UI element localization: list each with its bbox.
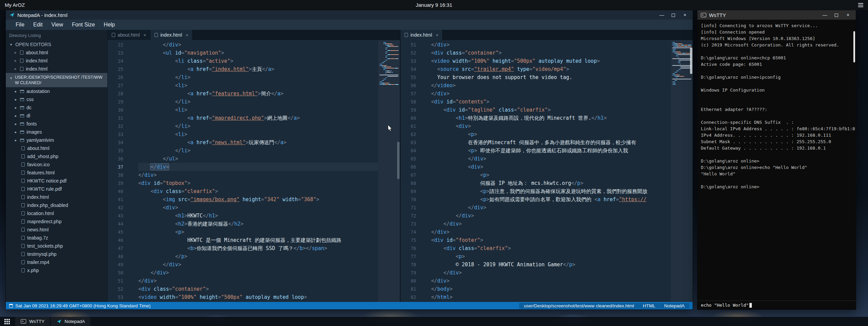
- file-item[interactable]: features.html: [6, 169, 107, 177]
- file-item[interactable]: location.html: [6, 209, 107, 217]
- close-editor-icon[interactable]: ×: [14, 58, 18, 63]
- folder-item[interactable]: ▸dc: [6, 103, 107, 112]
- editor-scrollbar[interactable]: [397, 40, 400, 302]
- code-line[interactable]: <a href="mapredirect.php">網上地圖</a>: [138, 114, 378, 122]
- code-line[interactable]: © 2018 - 2019 HKWTC Animation Gamer</p>: [431, 261, 671, 269]
- code-line[interactable]: </div>: [138, 277, 378, 285]
- code-line[interactable]: <div id="tagline" class="clearfix">: [431, 106, 671, 114]
- code-line[interactable]: <h1>HKWTC</h1>: [138, 212, 378, 220]
- code-line[interactable]: </div>: [138, 41, 378, 49]
- code-line[interactable]: <p>: [431, 130, 671, 138]
- code-line[interactable]: </div>: [431, 269, 671, 277]
- code-line[interactable]: </div>: [431, 41, 671, 49]
- code-line[interactable]: <li>: [138, 106, 378, 114]
- folder-item[interactable]: ▸dl: [6, 112, 107, 120]
- code-line[interactable]: </div>: [431, 277, 671, 285]
- code-line[interactable]: <div>: [431, 122, 671, 130]
- file-item[interactable]: news.html: [6, 226, 107, 234]
- file-item[interactable]: about.html: [6, 144, 107, 152]
- file-item[interactable]: HKWTC notice.pdf: [6, 177, 107, 185]
- folder-item[interactable]: ▸autostation: [6, 87, 107, 95]
- editor-scrollbar[interactable]: [690, 40, 693, 302]
- status-language[interactable]: HTML: [643, 303, 655, 308]
- scrollbar-thumb[interactable]: [397, 142, 400, 179]
- close-editor-icon[interactable]: ×: [14, 66, 18, 72]
- code-line[interactable]: <div>: [138, 204, 378, 212]
- aroz-brand-menu[interactable]: My ArOZ: [5, 2, 25, 8]
- folder-item[interactable]: ▸yamlyamlvim: [6, 136, 107, 144]
- code-line[interactable]: <li>: [138, 130, 378, 138]
- terminal-scrollbar-thumb[interactable]: [853, 31, 855, 62]
- terminal-output[interactable]: [info] Conencting to arozos WsTTY servic…: [697, 20, 856, 301]
- code-line[interactable]: <div class="clearfix">: [431, 244, 671, 252]
- menu-view[interactable]: View: [47, 20, 67, 30]
- close-button[interactable]: ×: [680, 11, 689, 19]
- tab-index.html[interactable]: index.html×: [150, 30, 193, 40]
- close-tab-icon[interactable]: ×: [186, 33, 189, 38]
- code-line[interactable]: <div>: [431, 163, 671, 171]
- file-item[interactable]: index.html: [6, 193, 107, 201]
- file-item[interactable]: HKWTC rule.pdf: [6, 185, 107, 193]
- close-button[interactable]: ×: [844, 11, 852, 19]
- code-line[interactable]: <a href="features.html">簡介</a>: [138, 90, 378, 98]
- code-line[interactable]: </video>: [431, 81, 671, 90]
- hamburger-menu-icon[interactable]: [858, 3, 863, 7]
- code-line[interactable]: </div>: [138, 171, 378, 179]
- close-tab-icon[interactable]: ×: [436, 33, 439, 38]
- file-item[interactable]: add_vhost.php: [6, 152, 107, 160]
- code-line[interactable]: </body>: [431, 285, 671, 293]
- file-item[interactable]: mapredirect.php: [6, 217, 107, 226]
- code-line[interactable]: </div>: [138, 269, 378, 277]
- code-line[interactable]: <li class="active">: [138, 57, 378, 65]
- code-line[interactable]: </li>: [138, 122, 378, 130]
- minimize-button[interactable]: —: [657, 11, 666, 19]
- taskbar-item-wstty[interactable]: >_WsTTY: [15, 317, 50, 326]
- maximize-button[interactable]: [832, 11, 841, 19]
- close-editor-icon[interactable]: ×: [14, 50, 18, 55]
- code-line[interactable]: <video width="100%" height="500px" autop…: [138, 293, 378, 301]
- menu-file[interactable]: File: [11, 20, 29, 30]
- code-line[interactable]: </p>: [138, 252, 378, 261]
- code-line[interactable]: <div id="topbox">: [138, 179, 378, 187]
- minimize-button[interactable]: —: [820, 11, 829, 19]
- open-editor-item[interactable]: ×index.html: [6, 57, 107, 65]
- code-line[interactable]: </div>: [431, 90, 671, 98]
- code-line[interactable]: </ul>: [138, 155, 378, 163]
- code-line[interactable]: <img src="images/box.png" height="342" w…: [138, 195, 378, 204]
- start-menu-button[interactable]: [0, 317, 14, 326]
- file-item[interactable]: trailer.mp4: [6, 258, 107, 266]
- code-line[interactable]: <p>: [431, 171, 671, 179]
- folder-item[interactable]: ▸fonts: [6, 120, 107, 128]
- code-line[interactable]: </html>: [431, 293, 671, 301]
- wstty-titlebar[interactable]: >_ WsTTY — ×: [697, 10, 856, 20]
- code-editor-right[interactable]: 5152535455565758596061626364656667686970…: [401, 40, 693, 302]
- status-filepath[interactable]: user/Desktop/screenshot/test/www cleaned…: [524, 303, 634, 308]
- maximize-button[interactable]: [669, 11, 678, 19]
- code-line[interactable]: </li>: [138, 73, 378, 81]
- scrollbar-thumb[interactable]: [690, 47, 692, 74]
- terminal-input-line[interactable]: echo "Hello World": [697, 301, 856, 309]
- code-line[interactable]: </li>: [138, 147, 378, 155]
- notepad-titlebar[interactable]: NotepadA - index.html — ×: [6, 10, 693, 20]
- code-line[interactable]: <source src="trailer.mp4" type="video/mp…: [431, 65, 671, 73]
- menu-help[interactable]: Help: [99, 20, 119, 30]
- code-line[interactable]: <p>請注意，我們的伺服器為確保玩家及遊玩時的質素，我們對的服務開放: [431, 187, 671, 195]
- code-line[interactable]: <div id="footer">: [431, 236, 671, 244]
- code-line[interactable]: <h2>香港的建築伺服器</h2>: [138, 220, 378, 228]
- code-line[interactable]: <h1>特別為建築及鐵路而設，現代化的 Minecraft 世界.</h1>: [431, 114, 671, 122]
- code-line[interactable]: 在香港的Minecraft 伺服器中，多為小遊戲和純生存的伺服器，較少擁有: [431, 138, 671, 147]
- code-line[interactable]: <p>如有問題或需要申請白名單，歡迎加入我們的 <a href="https:/…: [431, 195, 671, 204]
- menu-edit[interactable]: Edit: [29, 20, 47, 30]
- folder-item[interactable]: ▸images: [6, 128, 107, 136]
- close-tab-icon[interactable]: ×: [143, 33, 146, 38]
- code-line[interactable]: <li>: [138, 81, 378, 90]
- code-editor-left[interactable]: 2223242526272829303132333435363738394041…: [108, 40, 400, 302]
- code-line[interactable]: <p>: [431, 252, 671, 261]
- code-line[interactable]: <a href="news.html">玩家傳送門</a>: [138, 138, 378, 147]
- workspace-root[interactable]: ▾USER:/DESKTOP/SCREENSHOT /TEST/WWW CLEA…: [6, 73, 107, 87]
- tab-about.html[interactable]: about.html×: [108, 30, 150, 40]
- code-line[interactable]: </li>: [138, 98, 378, 106]
- file-item[interactable]: index.php_disabled: [6, 201, 107, 209]
- taskbar-item-notepada[interactable]: NotepadA: [51, 317, 90, 326]
- code-line[interactable]: <div class="clearfix">: [138, 187, 378, 195]
